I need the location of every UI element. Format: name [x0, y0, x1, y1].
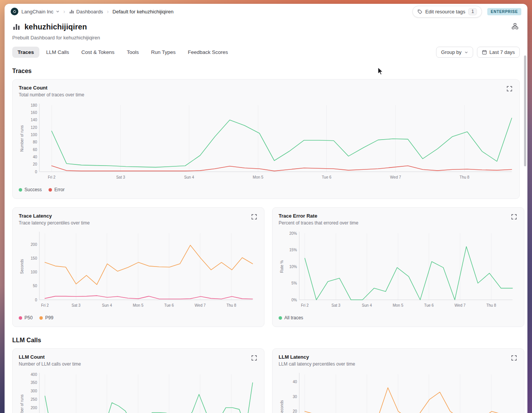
x-tick-label: Mon 5	[253, 175, 263, 179]
tag-icon	[417, 9, 422, 14]
y-tick-label: 120	[31, 125, 37, 130]
legend-item-p99[interactable]: P99	[39, 315, 53, 320]
breadcrumb-separator: ›	[106, 8, 110, 15]
x-tick-label: Tue 6	[164, 303, 174, 307]
y-tick-label: 0	[35, 298, 37, 302]
x-tick-label: Thu 8	[226, 303, 236, 307]
view-flow-button[interactable]	[510, 21, 520, 32]
legend-dot	[49, 188, 52, 192]
tab-feedback-scores[interactable]: Feedback Scores	[182, 47, 233, 58]
edit-resource-tags-button[interactable]: Edit resource tags 1	[412, 6, 482, 18]
legend-item-success[interactable]: Success	[19, 187, 42, 192]
group-by-button[interactable]: Group by	[436, 47, 473, 58]
trace-latency-chart[interactable]: Fri 2Sat 3Sun 4Mon 5Tue 6Wed 7Thu 805010…	[19, 229, 258, 311]
tab-run-types[interactable]: Run Types	[146, 47, 181, 58]
y-tick-label: 160	[31, 111, 37, 115]
expand-chart-button[interactable]	[510, 213, 518, 222]
chevron-down-icon	[56, 10, 60, 13]
trace-latency-card: Trace Latency Trace latency percentiles …	[12, 207, 264, 327]
chart-subtitle: Percent of traces that errored over time	[279, 220, 358, 226]
llm-count-chart[interactable]: Fri 2Sat 3Sun 4Mon 5Tue 6Wed 7Thu 805010…	[19, 371, 258, 413]
dashboard-window: LangChain Inc › Dashboards › Default for…	[5, 4, 527, 413]
expand-icon	[251, 355, 257, 361]
expand-icon	[507, 86, 512, 91]
breadcrumb-separator: ›	[63, 8, 66, 15]
trace-count-chart[interactable]: Fri 2Sat 3Sun 4Mon 5Tue 6Wed 7Thu 802040…	[19, 101, 517, 182]
calendar-icon	[482, 50, 487, 55]
x-tick-label: Sat 3	[116, 175, 125, 179]
chart-title: LLM Latency	[279, 354, 355, 360]
breadcrumb-bar: LangChain Inc › Dashboards › Default for…	[5, 4, 527, 19]
legend-item-error[interactable]: Error	[49, 187, 65, 192]
y-axis-label: Number of runs	[20, 395, 24, 413]
vertical-scrollbar-thumb[interactable]	[524, 55, 526, 166]
y-tick-label: 0%	[292, 298, 297, 302]
legend-dot	[19, 316, 22, 320]
x-tick-label: Wed 7	[390, 175, 401, 179]
chart-title: Trace Error Rate	[279, 213, 358, 219]
group-by-label: Group by	[441, 49, 461, 55]
y-tick-label: 20	[293, 409, 297, 413]
enterprise-badge: ENTERPRISE	[487, 8, 521, 15]
legend-item-all-traces[interactable]: All traces	[279, 315, 303, 320]
y-tick-label: 180	[31, 103, 37, 107]
tree-diagram-icon	[512, 23, 518, 29]
y-axis-label: Seconds	[280, 400, 284, 413]
date-range-button[interactable]: Last 7 days	[477, 47, 520, 58]
breadcrumb-org-label: LangChain Inc	[21, 9, 54, 15]
legend-label: All traces	[284, 315, 303, 320]
y-axis-label: Rate %	[280, 260, 284, 273]
legend-label: Error	[54, 187, 65, 192]
y-tick-label: 400	[31, 372, 37, 377]
expand-icon	[251, 214, 257, 220]
expand-chart-button[interactable]	[506, 85, 513, 94]
x-tick-label: Sun 4	[184, 175, 195, 179]
y-tick-label: 30	[293, 395, 297, 399]
y-tick-label: 200	[31, 242, 37, 247]
chart-legend: P50P99	[19, 315, 258, 320]
chart-title: Trace Count	[19, 85, 84, 91]
x-tick-label: Fri 2	[48, 175, 55, 179]
y-tick-label: 140	[31, 118, 37, 122]
legend-label: Success	[24, 187, 42, 192]
expand-chart-button[interactable]	[250, 213, 258, 222]
expand-chart-button[interactable]	[510, 354, 518, 363]
y-tick-label: 60	[33, 148, 37, 152]
y-tick-label: 10%	[289, 265, 297, 269]
y-tick-label: 5%	[292, 281, 297, 285]
section-title-llm-calls: LLM Calls	[12, 337, 520, 344]
llm-latency-card: LLM Latency LLM call latency percentiles…	[272, 348, 524, 413]
tab-llm-calls[interactable]: LLM Calls	[41, 47, 75, 58]
breadcrumb-dashboards[interactable]: Dashboards	[69, 9, 103, 15]
y-tick-label: 20%	[289, 231, 297, 236]
langchain-logo	[11, 8, 18, 15]
x-tick-label: Tue 6	[424, 303, 434, 307]
dashboard-icon	[69, 9, 74, 14]
legend-dot	[279, 316, 282, 320]
x-tick-label: Thu 8	[460, 175, 470, 179]
date-range-label: Last 7 days	[490, 49, 515, 55]
chart-subtitle: Trace latency percentiles over time	[19, 220, 90, 226]
y-tick-label: 20	[33, 162, 37, 166]
trace-error-rate-chart[interactable]: Fri 2Sat 3Sun 4Mon 5Tue 6Wed 7Thu 80%5%1…	[279, 229, 518, 311]
legend-dot	[19, 188, 22, 192]
breadcrumb-org[interactable]: LangChain Inc	[21, 9, 60, 15]
x-tick-label: Sun 4	[362, 303, 372, 307]
llm-latency-chart[interactable]: Fri 2Sat 3Sun 4Mon 5Tue 6Wed 7Thu 801020…	[279, 371, 518, 413]
y-tick-label: 200	[31, 406, 37, 410]
expand-icon	[511, 214, 517, 220]
breadcrumb-current: Default for kehuzhichijiqiren	[112, 9, 174, 15]
x-tick-label: Fri 2	[41, 303, 49, 307]
legend-item-p50[interactable]: P50	[19, 315, 32, 320]
chart-subtitle: Number of LLM calls over time	[19, 361, 81, 367]
chart-subtitle: LLM call latency percentiles over time	[279, 361, 355, 367]
tab-cost-tokens[interactable]: Cost & Tokens	[76, 47, 120, 58]
edit-resource-tags-label: Edit resource tags	[425, 9, 466, 15]
tab-traces[interactable]: Traces	[12, 47, 39, 58]
expand-chart-button[interactable]	[250, 354, 258, 363]
y-tick-label: 250	[31, 397, 37, 402]
llm-count-card: LLM Count Number of LLM calls over time …	[12, 348, 264, 413]
tab-tools[interactable]: Tools	[122, 47, 144, 58]
trace-error-rate-card: Trace Error Rate Percent of traces that …	[272, 207, 524, 327]
x-tick-label: Sat 3	[71, 303, 81, 307]
